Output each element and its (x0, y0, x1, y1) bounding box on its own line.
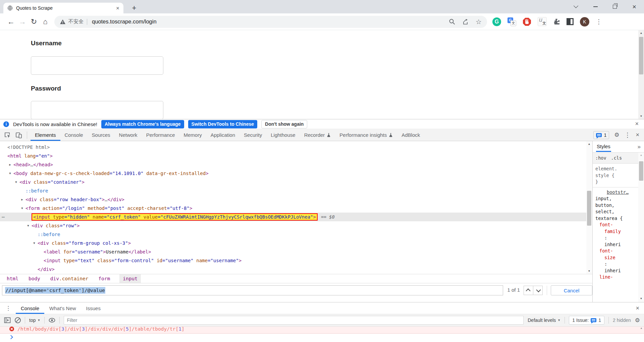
search-tabs-icon[interactable] (449, 18, 455, 25)
expand-arrow-open-icon[interactable]: ▼ (20, 204, 24, 213)
breadcrumb-item[interactable]: input (119, 274, 141, 283)
styles-scrollbar[interactable]: ▲ ▼ (638, 153, 644, 302)
console-sidebar-toggle-icon[interactable] (4, 317, 11, 323)
scroll-down-icon[interactable]: ▼ (638, 297, 644, 300)
live-expression-eye-icon[interactable] (49, 318, 55, 323)
scroll-down-icon[interactable]: ▼ (586, 270, 592, 273)
issues-counter-button[interactable]: 1 (593, 131, 609, 139)
dictionary-extension-icon[interactable]: u 文 (538, 17, 547, 26)
previous-match-button[interactable] (524, 286, 533, 295)
tab-recorder[interactable]: Recorder (300, 129, 335, 141)
tree-row[interactable]: ▶<div class="row header-box">…</div> (0, 195, 586, 204)
scroll-up-icon[interactable]: ▲ (638, 32, 644, 35)
breadcrumb-item[interactable]: html (6, 274, 19, 283)
hover-state-toggle[interactable]: :hov (595, 155, 606, 161)
forward-button[interactable]: → (17, 17, 28, 26)
console-error-row[interactable]: /html/body/div[3]/div[3]/div/div/div[5]/… (0, 327, 644, 334)
devtools-menu-icon[interactable]: ⋮ (624, 131, 631, 139)
console-prompt[interactable] (0, 334, 644, 340)
tree-row[interactable]: ::before (0, 230, 586, 239)
classes-toggle[interactable]: .cls (611, 155, 622, 161)
scroll-up-icon[interactable]: ▲ (638, 154, 644, 157)
reload-button[interactable]: ↻ (28, 17, 40, 26)
clear-console-icon[interactable] (15, 317, 21, 323)
tab-search-button[interactable] (566, 0, 586, 13)
username-field[interactable] (31, 56, 163, 75)
find-input[interactable]: //input[@name='csrf_token']/@value (2, 285, 503, 295)
device-toolbar-icon[interactable] (15, 132, 22, 138)
expand-arrow-open-icon[interactable]: ▼ (8, 169, 12, 178)
tree-row[interactable]: ▼<body data-new-gr-c-s-check-loaded="14.… (0, 169, 586, 178)
drawer-tab-issues[interactable]: Issues (81, 302, 106, 314)
expand-arrow-open-icon[interactable]: ▼ (14, 178, 18, 186)
console-settings-gear-icon[interactable]: ⚙ (635, 317, 640, 324)
adblock-extension-icon[interactable] (523, 17, 531, 26)
switch-chinese-button[interactable]: Switch DevTools to Chinese (188, 120, 257, 128)
tree-row[interactable]: </div> (0, 265, 586, 274)
more-tabs-icon[interactable]: » (638, 144, 641, 150)
devtools-settings-gear-icon[interactable]: ⚙ (614, 131, 619, 138)
new-tab-button[interactable]: + (128, 3, 140, 13)
expand-arrow-open-icon[interactable]: ▼ (26, 221, 31, 230)
cancel-button[interactable]: Cancel (551, 285, 592, 295)
tab-performance[interactable]: Performance (142, 129, 179, 141)
minimize-button[interactable] (586, 0, 605, 13)
tree-row[interactable]: <!DOCTYPE html> (0, 143, 586, 152)
home-button[interactable]: ⌂ (40, 17, 51, 26)
tree-row[interactable]: <html lang="en"> (0, 152, 586, 160)
scroll-down-icon[interactable]: ▼ (638, 115, 644, 118)
password-field[interactable] (31, 101, 163, 119)
url-text[interactable]: quotes.toscrape.com/login (92, 18, 442, 25)
stylesheet-link[interactable]: bootstr… (607, 189, 638, 196)
restore-button[interactable] (605, 0, 625, 13)
scrollbar-thumb[interactable] (639, 161, 643, 181)
tree-row[interactable]: <input type="text" class="form-control" … (0, 256, 586, 265)
dont-show-again-button[interactable]: Don't show again (261, 120, 307, 128)
profile-avatar[interactable]: K (580, 17, 589, 26)
tree-row[interactable]: ▼<div class="row"> (0, 221, 586, 230)
expand-arrow-open-icon[interactable]: ▼ (32, 239, 37, 247)
tab-styles[interactable]: Styles (596, 141, 611, 152)
tab-application[interactable]: Application (206, 129, 239, 141)
scroll-up-icon[interactable]: ▲ (640, 327, 643, 330)
match-language-button[interactable]: Always match Chrome's language (101, 120, 184, 128)
scrollbar-thumb[interactable] (587, 191, 591, 226)
drawer-tab-whats-new[interactable]: What's New (44, 302, 81, 314)
tab-memory[interactable]: Memory (179, 129, 206, 141)
tab-close-icon[interactable]: × (116, 5, 119, 11)
tree-row[interactable]: <label for="username">Username</label> (0, 247, 586, 256)
elements-scrollbar[interactable]: ▲ ▼ (586, 141, 592, 274)
breadcrumb-item[interactable]: body (28, 274, 41, 283)
tab-security[interactable]: Security (239, 129, 266, 141)
console-filter-input[interactable] (64, 316, 524, 325)
breadcrumb-item[interactable]: form (98, 274, 111, 283)
log-levels-selector[interactable]: Default levels▼ (528, 318, 560, 323)
drawer-close-icon[interactable]: × (636, 305, 639, 312)
expand-arrow-closed-icon[interactable]: ▶ (8, 160, 12, 169)
tree-row[interactable]: ▶<head>…</head> (0, 160, 586, 169)
contrast-extension-icon[interactable] (567, 18, 574, 25)
tree-row[interactable]: ▼<form action="/login" method="post" acc… (0, 204, 586, 213)
tree-row[interactable]: ::before (0, 186, 586, 195)
back-button[interactable]: ← (5, 17, 17, 26)
security-label[interactable]: 不安全 (68, 18, 84, 25)
expand-arrow-closed-icon[interactable]: ▶ (20, 195, 24, 204)
context-selector[interactable]: top▼ (29, 318, 40, 323)
tree-row[interactable]: ▼<div class="form-group col-xs-3"> (0, 239, 586, 247)
bookmark-star-icon[interactable]: ☆ (476, 18, 482, 26)
breadcrumb-item[interactable]: div.container (50, 274, 89, 283)
window-close-button[interactable]: × (625, 0, 644, 13)
address-bar[interactable]: 不安全 quotes.toscrape.com/login ☆ (54, 16, 487, 28)
share-icon[interactable] (462, 18, 469, 25)
browser-menu-icon[interactable]: ⋮ (596, 18, 602, 25)
notification-close-icon[interactable]: × (635, 120, 639, 127)
scrollbar-thumb[interactable] (639, 37, 643, 74)
grammarly-extension-icon[interactable]: G (492, 17, 501, 26)
drawer-tab-console[interactable]: Console (16, 302, 44, 314)
tab-lighthouse[interactable]: Lighthouse (266, 129, 300, 141)
next-match-button[interactable] (533, 286, 543, 295)
extensions-puzzle-icon[interactable] (553, 18, 560, 25)
tab-performance-insights[interactable]: Performance insights (335, 129, 397, 141)
tab-elements[interactable]: Elements (31, 129, 60, 141)
tab-sources[interactable]: Sources (88, 129, 115, 141)
